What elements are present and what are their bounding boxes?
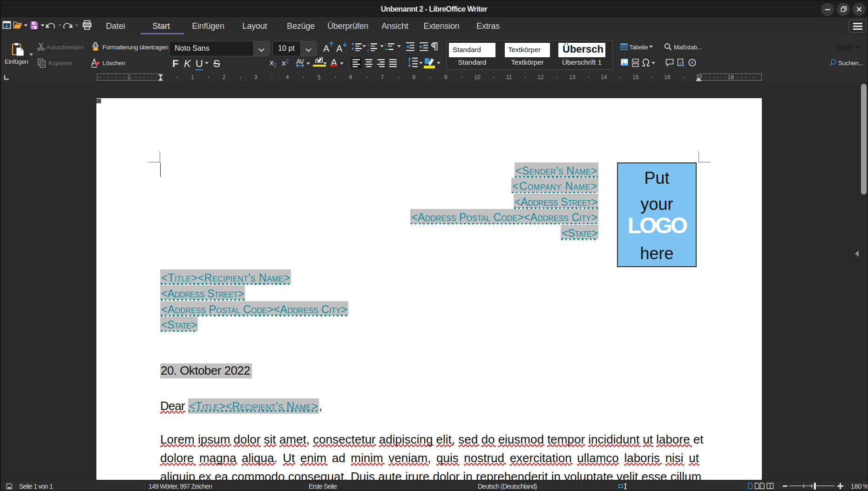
svg-text:1: 1 [367,42,369,47]
svg-text:1: 1 [384,42,387,47]
svg-text:2: 2 [367,48,369,53]
